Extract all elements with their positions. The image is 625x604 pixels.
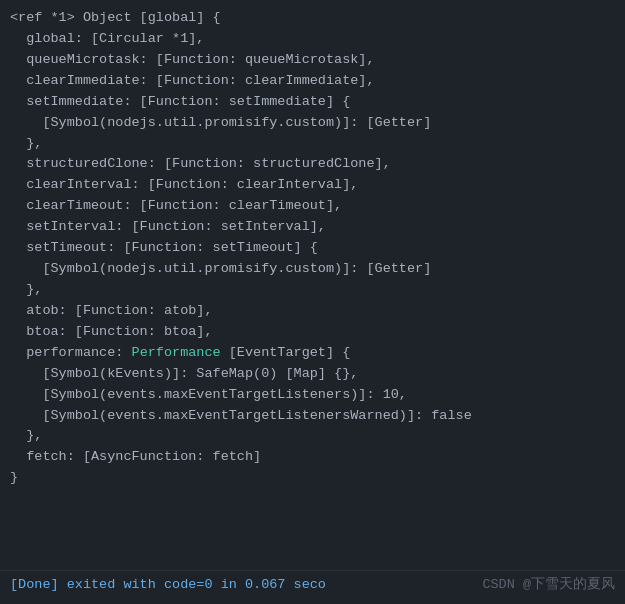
code-line: setImmediate: [Function: setImmediate] { [10,92,615,113]
code-line: performance: Performance [EventTarget] { [10,343,615,364]
code-line: btoa: [Function: btoa], [10,322,615,343]
done-status: [Done] exited with code=0 in 0.067 seco [10,575,326,596]
code-line: [Symbol(nodejs.util.promisify.custom)]: … [10,259,615,280]
code-output: <ref *1> Object [global] { global: [Circ… [0,0,625,570]
code-line: clearImmediate: [Function: clearImmediat… [10,71,615,92]
code-line: atob: [Function: atob], [10,301,615,322]
code-line: [Symbol(events.maxEventTargetListenersWa… [10,406,615,427]
code-line: structuredClone: [Function: structuredCl… [10,154,615,175]
status-bar: [Done] exited with code=0 in 0.067 seco … [0,570,625,602]
code-line: clearTimeout: [Function: clearTimeout], [10,196,615,217]
code-line: [Symbol(events.maxEventTargetListeners)]… [10,385,615,406]
code-line: setTimeout: [Function: setTimeout] { [10,238,615,259]
code-line: }, [10,134,615,155]
code-line: }, [10,426,615,447]
code-line: setInterval: [Function: setInterval], [10,217,615,238]
code-line: global: [Circular *1], [10,29,615,50]
code-line: } [10,468,615,489]
code-line: [Symbol(nodejs.util.promisify.custom)]: … [10,113,615,134]
code-line: [Symbol(kEvents)]: SafeMap(0) [Map] {}, [10,364,615,385]
code-line: queueMicrotask: [Function: queueMicrotas… [10,50,615,71]
code-line: clearInterval: [Function: clearInterval]… [10,175,615,196]
watermark-text: CSDN @下雪天的夏风 [482,575,615,596]
code-line: <ref *1> Object [global] { [10,8,615,29]
code-line: }, [10,280,615,301]
code-line: fetch: [AsyncFunction: fetch] [10,447,615,468]
